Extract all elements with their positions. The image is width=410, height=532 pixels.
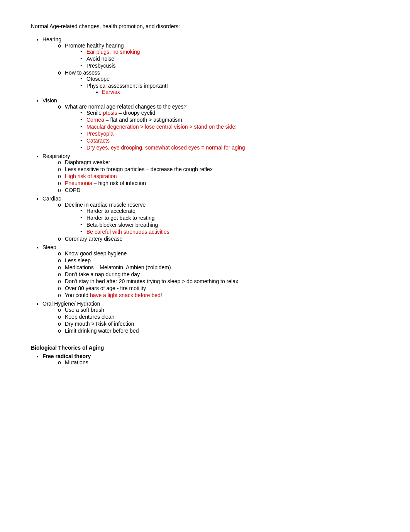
hearing-assess: How to assess Otoscope Physical assessme…	[58, 70, 379, 95]
respiratory-title: Respiratory	[42, 153, 70, 159]
cataracts: Cataracts	[80, 138, 379, 144]
vision-level2: What are normal age-related changes to t…	[58, 104, 379, 151]
aspiration-text: High risk of aspiration	[65, 173, 117, 179]
cardiac-title: Cardiac	[42, 195, 61, 202]
light-snack: You could have a light snack before bed!	[58, 292, 379, 298]
presbyopia-text: Presbyopia	[86, 131, 114, 137]
hearing-assess-level3: Otoscope Physical assessment is importan…	[80, 76, 379, 95]
ear-plugs: Ear plugs, no smoking	[80, 49, 379, 55]
sleep-level2: Know good sleep hygiene Less sleep Medic…	[58, 250, 379, 298]
less-sleep: Less sleep	[58, 257, 379, 263]
list-item-hearing: Hearing Promote healthy hearing Ear plug…	[42, 36, 379, 95]
sleep-title: Sleep	[42, 244, 56, 250]
vision-title: Vision	[42, 97, 57, 104]
list-item-cardiac: Cardiac Decline in cardiac muscle reserv…	[42, 195, 379, 242]
strenuous-activities: Be careful with strenuous activities	[80, 229, 379, 235]
bio-theories-header: Biological Theories of Aging	[31, 345, 379, 351]
intro-text: Normal Age-related changes, health promo…	[31, 23, 379, 29]
medications: Medications – Melatonin, Ambien (zolpide…	[58, 264, 379, 270]
harder-resting: Harder to get back to resting	[80, 215, 379, 221]
vision-level3: Senile ptosis – droopy eyelid Cornea – f…	[80, 110, 379, 151]
harder-accelerate: Harder to accelerate	[80, 208, 379, 214]
high-risk-aspiration: High risk of aspiration	[58, 173, 379, 179]
earwax: Earwax	[102, 89, 379, 95]
cornea: Cornea – flat and smooth > astigmatism	[80, 117, 379, 123]
list-item-vision: Vision What are normal age-related chang…	[42, 97, 379, 151]
dry-eyes: Dry eyes, eye drooping, somewhat closed …	[80, 144, 379, 151]
soft-brush: Use a soft brush	[58, 307, 379, 313]
physical-assessment: Physical assessment is important! Earwax	[80, 83, 379, 95]
main-list: Hearing Promote healthy hearing Ear plug…	[42, 36, 379, 334]
oral-hygiene-title: Oral Hygiene/ Hydration	[42, 301, 100, 307]
senile-ptosis: Senile ptosis – droopy eyelid	[80, 110, 379, 116]
dry-eyes-text: Dry eyes, eye drooping, somewhat closed …	[86, 144, 245, 151]
presbycusis: Presbycusis	[80, 63, 379, 69]
bio-theories-list: Free radical theory Mutations	[42, 353, 379, 365]
presbyopia: Presbyopia	[80, 131, 379, 137]
cataracts-text: Cataracts	[86, 138, 110, 144]
cardiac-decline: Decline in cardiac muscle reserve Harder…	[58, 202, 379, 235]
hearing-promote: Promote healthy hearing Ear plugs, no sm…	[58, 42, 379, 69]
avoid-noise: Avoid noise	[80, 56, 379, 62]
hearing-promote-level3: Ear plugs, no smoking Avoid noise Presby…	[80, 49, 379, 69]
coronary-artery: Coronary artery disease	[58, 236, 379, 242]
no-bed-20min: Don't stay in bed after 20 minutes tryin…	[58, 278, 379, 284]
list-item-respiratory: Respiratory Diaphragm weaker Less sensit…	[42, 153, 379, 193]
vision-changes: What are normal age-related changes to t…	[58, 104, 379, 151]
earwax-level4: Earwax	[102, 89, 379, 95]
ptosis-text: ptosis	[103, 110, 117, 116]
less-sensitive: Less sensitive to foreign particles – de…	[58, 166, 379, 172]
copd: COPD	[58, 187, 379, 193]
beta-blocker: Beta-blocker slower breathing	[80, 222, 379, 228]
hearing-title: Hearing	[42, 36, 61, 42]
strenuous-text: Be careful with strenuous activities	[86, 229, 169, 235]
macular-text: Macular degeneration > lose central visi…	[86, 124, 237, 130]
cardiac-level3: Harder to accelerate Harder to get back …	[80, 208, 379, 235]
sleep-hygiene: Know good sleep hygiene	[58, 250, 379, 257]
mutations: Mutations	[58, 359, 379, 365]
free-radical-level2: Mutations	[58, 359, 379, 365]
bio-theories-section: Biological Theories of Aging Free radica…	[31, 345, 379, 365]
macular-degeneration: Macular degeneration > lose central visi…	[80, 124, 379, 130]
ear-plugs-text: Ear plugs, no smoking	[86, 49, 140, 55]
otoscope: Otoscope	[80, 76, 379, 82]
cornea-text: Cornea	[86, 117, 104, 123]
free-radical-title: Free radical theory	[42, 353, 91, 359]
pneumonia-text: Pneumonia	[65, 180, 92, 186]
snack-text: have a light snack before bed	[90, 292, 161, 298]
earwax-text: Earwax	[102, 89, 120, 95]
no-nap: Don't take a nap during the day	[58, 271, 379, 277]
respiratory-level2: Diaphragm weaker Less sensitive to forei…	[58, 159, 379, 193]
dentures-clean: Keep dentures clean	[58, 314, 379, 320]
cardiac-level2: Decline in cardiac muscle reserve Harder…	[58, 202, 379, 242]
list-item-sleep: Sleep Know good sleep hygiene Less sleep…	[42, 244, 379, 298]
pneumonia: Pneumonia – high risk of infection	[58, 180, 379, 186]
free-radical-theory: Free radical theory Mutations	[42, 353, 379, 365]
diaphragm-weaker: Diaphragm weaker	[58, 159, 379, 165]
dry-mouth: Dry mouth > Risk of infection	[58, 321, 379, 327]
oral-level2: Use a soft brush Keep dentures clean Dry…	[58, 307, 379, 334]
hearing-level2: Promote healthy hearing Ear plugs, no sm…	[58, 42, 379, 95]
limit-water: Limit drinking water before bed	[58, 328, 379, 334]
list-item-oral-hygiene: Oral Hygiene/ Hydration Use a soft brush…	[42, 301, 379, 334]
over-80: Over 80 years of age - fire motility	[58, 285, 379, 291]
